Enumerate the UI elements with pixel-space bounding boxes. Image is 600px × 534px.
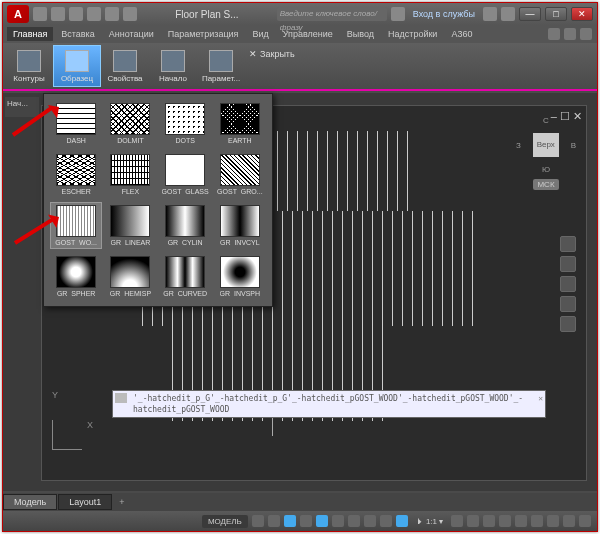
title-bar: A Floor Plan S... Введите ключевое слово… — [3, 3, 597, 25]
status-polar-icon[interactable] — [300, 515, 312, 527]
pattern-swatch-gr_invcyl[interactable]: GR_INVCYL — [214, 202, 266, 249]
qat-print-icon[interactable] — [123, 7, 137, 21]
nav-pan-icon[interactable] — [560, 256, 576, 272]
panel-icon[interactable] — [548, 28, 560, 40]
panel-icon[interactable] — [564, 28, 576, 40]
pattern-swatch-flex[interactable]: FLEX — [104, 151, 156, 198]
wcs-badge[interactable]: МСК — [533, 179, 558, 190]
viewcube-west[interactable]: З — [516, 141, 521, 150]
search-icon[interactable] — [391, 7, 405, 21]
pattern-swatch-gr_linear[interactable]: GR_LINEAR — [104, 202, 156, 249]
status-grid-icon[interactable] — [252, 515, 264, 527]
status-hardware-icon[interactable] — [547, 515, 559, 527]
status-otrack-icon[interactable] — [348, 515, 360, 527]
tab-annotations[interactable]: Аннотации — [103, 27, 160, 41]
sign-in-link[interactable]: Вход в службы — [409, 9, 479, 19]
qat-new-icon[interactable] — [33, 7, 47, 21]
qat-save-icon[interactable] — [69, 7, 83, 21]
pattern-label: GR_CYLIN — [168, 239, 203, 246]
viewcube-top-face[interactable]: Верх — [533, 133, 559, 157]
status-model-space[interactable]: МОДЕЛЬ — [202, 515, 248, 528]
app-logo[interactable]: A — [7, 5, 29, 23]
tab-view[interactable]: Вид — [246, 27, 274, 41]
pattern-label: GR_INVCYL — [220, 239, 260, 246]
status-customize-icon[interactable] — [579, 515, 591, 527]
command-prompt-icon — [115, 393, 127, 403]
nav-orbit-icon[interactable] — [560, 296, 576, 312]
add-layout-button[interactable]: + — [113, 495, 130, 509]
window-maximize-button[interactable]: □ — [545, 7, 567, 21]
status-quickprops-icon[interactable] — [515, 515, 527, 527]
pattern-label: GOST_GRO... — [217, 188, 263, 195]
start-tab[interactable]: Нач... — [5, 97, 39, 117]
status-lineweight-icon[interactable] — [364, 515, 376, 527]
status-units-icon[interactable] — [499, 515, 511, 527]
command-close-icon[interactable]: ✕ — [538, 393, 543, 404]
tab-insert[interactable]: Вставка — [55, 27, 100, 41]
view-cube[interactable]: С З Верх В Ю МСК — [516, 116, 576, 206]
status-isolate-icon[interactable] — [531, 515, 543, 527]
tab-home[interactable]: Главная — [7, 27, 53, 41]
status-monitor-icon[interactable] — [483, 515, 495, 527]
pattern-swatch-gr_curved[interactable]: GR_CURVED — [159, 253, 212, 300]
qat-redo-icon[interactable] — [105, 7, 119, 21]
ribbon-pattern-button[interactable]: Образец — [53, 45, 101, 87]
layout-tabs: Модель Layout1 + — [3, 493, 597, 511]
ribbon-panel: Контуры Образец Свойства Начало Парамет.… — [3, 43, 597, 91]
tab-parametric[interactable]: Параметризация — [162, 27, 245, 41]
ribbon-label: Образец — [61, 74, 93, 83]
model-tab[interactable]: Модель — [3, 494, 57, 510]
status-snap-icon[interactable] — [268, 515, 280, 527]
status-cycling-icon[interactable] — [396, 515, 408, 527]
status-annotation-scale[interactable]: ⏵ 1:1 ▾ — [412, 516, 447, 527]
navigation-bar — [560, 236, 578, 332]
status-osnap-icon[interactable] — [316, 515, 328, 527]
help-icon[interactable] — [501, 7, 515, 21]
pattern-swatch-dots[interactable]: DOTS — [159, 100, 212, 147]
pattern-swatch-escher[interactable]: ESCHER — [50, 151, 102, 198]
exchange-icon[interactable] — [483, 7, 497, 21]
viewcube-north[interactable]: С — [516, 116, 576, 125]
options-icon — [209, 50, 233, 72]
pattern-swatch-gost_glass[interactable]: GOST_GLASS — [159, 151, 212, 198]
command-line[interactable]: ✕ '_-hatchedit_p_G'_-hatchedit_p_G'_-hat… — [112, 390, 546, 418]
tab-addins[interactable]: Надстройки — [382, 27, 443, 41]
pattern-swatch-gr_spher[interactable]: GR_SPHER — [50, 253, 102, 300]
nav-zoom-icon[interactable] — [560, 276, 576, 292]
status-gear-icon[interactable] — [451, 515, 463, 527]
viewcube-south[interactable]: Ю — [516, 165, 576, 174]
pattern-swatch-gost_gro...[interactable]: GOST_GRO... — [214, 151, 266, 198]
ribbon-origin-button[interactable]: Начало — [149, 45, 197, 87]
pattern-swatch-gr_cylin[interactable]: GR_CYLIN — [159, 202, 212, 249]
window-close-button[interactable]: ✕ — [571, 7, 593, 21]
status-3dosnap-icon[interactable] — [332, 515, 344, 527]
pattern-swatch-earth[interactable]: EARTH — [214, 100, 266, 147]
pattern-swatch-gr_hemisp[interactable]: GR_HEMISP — [104, 253, 156, 300]
ribbon-close-panel[interactable]: ✕Закрыть — [245, 45, 295, 87]
pattern-swatch-gr_invsph[interactable]: GR_INVSPH — [214, 253, 266, 300]
ribbon-label: Начало — [159, 74, 187, 83]
ribbon-properties-button[interactable]: Свойства — [101, 45, 149, 87]
tab-manage[interactable]: Управление — [277, 27, 339, 41]
status-clean-icon[interactable] — [563, 515, 575, 527]
panel-icon[interactable] — [580, 28, 592, 40]
viewcube-east[interactable]: В — [571, 141, 576, 150]
ribbon-options-button[interactable]: Парамет... — [197, 45, 245, 87]
qat-open-icon[interactable] — [51, 7, 65, 21]
layout1-tab[interactable]: Layout1 — [58, 494, 112, 510]
status-ortho-icon[interactable] — [284, 515, 296, 527]
ribbon-boundaries-button[interactable]: Контуры — [5, 45, 53, 87]
status-workspace-icon[interactable] — [467, 515, 479, 527]
status-transparency-icon[interactable] — [380, 515, 392, 527]
help-search-input[interactable]: Введите ключевое слово/фразу — [277, 7, 387, 21]
tab-a360[interactable]: A360 — [445, 27, 478, 41]
qat-undo-icon[interactable] — [87, 7, 101, 21]
pattern-label: DOLMIT — [117, 137, 143, 144]
tab-output[interactable]: Вывод — [341, 27, 380, 41]
nav-wheel-icon[interactable] — [560, 236, 576, 252]
window-minimize-button[interactable]: — — [519, 7, 541, 21]
nav-showmotion-icon[interactable] — [560, 316, 576, 332]
pattern-label: DOTS — [175, 137, 194, 144]
pattern-label: GR_HEMISP — [110, 290, 151, 297]
pattern-swatch-dolmit[interactable]: DOLMIT — [104, 100, 156, 147]
